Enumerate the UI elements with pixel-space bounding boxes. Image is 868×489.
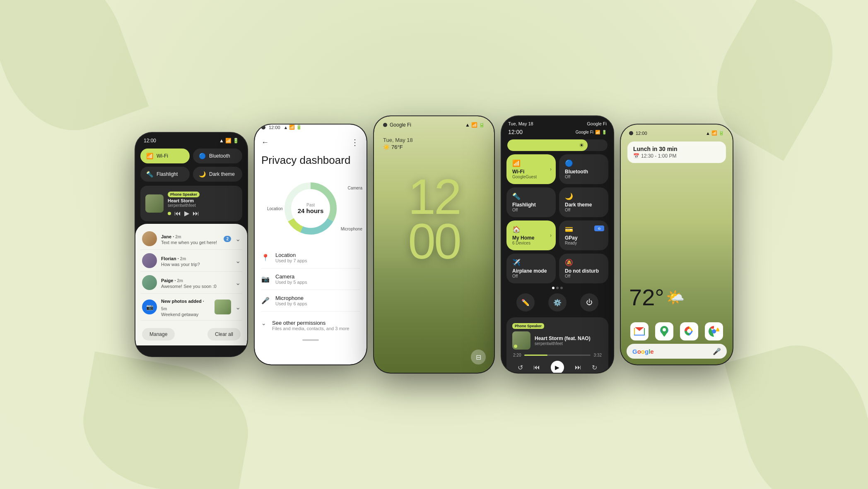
more-options-button[interactable]: ⋮ <box>351 137 360 147</box>
music-album-art <box>145 194 164 213</box>
phone2-screen: 12:00 ▲ 📶 🔋 ← ⋮ Privacy dashboard <box>255 125 366 364</box>
phone3-status-bar: Google Fi ▲ 📶 🔋 <box>374 116 494 130</box>
phone3-carrier: Google Fi <box>390 122 411 128</box>
jane-expand-icon[interactable]: ⌄ <box>235 235 241 243</box>
chart-location-label: Location <box>267 206 283 211</box>
qs-bluetooth-label: Bluetooth <box>209 153 230 159</box>
manage-button[interactable]: Manage <box>142 328 175 340</box>
p4-tile-flashlight[interactable]: 🔦 Flashlight Off <box>506 187 556 217</box>
phone4-music-player[interactable]: Phone Speaker Heart Storm (feat. NAO) se… <box>506 317 608 373</box>
phone3-nav-button[interactable]: ⊟ <box>471 350 486 364</box>
mic-icon[interactable]: 🎤 <box>713 348 721 355</box>
p4-music-row: Heart Storm (feat. NAO) serpentwithfeet <box>512 331 603 350</box>
settings-button[interactable]: ⚙️ <box>548 293 567 312</box>
qs-flashlight-label: Flashlight <box>157 171 178 177</box>
p4-tile-airplane[interactable]: ✈️ Airplane mode Off <box>506 254 556 283</box>
back-button[interactable]: ← <box>261 138 269 147</box>
p4-tile-darktheme[interactable]: 🌙 Dark theme Off <box>559 187 608 217</box>
jane-name: Jane · 2m <box>161 234 181 239</box>
phone1-status-bar: 12:00 ▲ 📶 🔋 <box>135 133 247 146</box>
album-art-dot <box>514 345 517 348</box>
music-progress-dot <box>168 212 171 215</box>
location-title: Location <box>275 252 307 258</box>
permission-microphone[interactable]: 🎤 Microphone Used by 6 apps <box>261 290 360 312</box>
notification-photos[interactable]: 📷 New photos added · 5m Weekend getaway … <box>140 294 242 321</box>
clear-all-button[interactable]: Clear all <box>207 328 241 340</box>
music-output-badge: Phone Speaker <box>168 192 200 197</box>
airplane-tile-sub: Off <box>512 274 550 278</box>
calendar-time-value: 12:30 - 1:00 PM <box>641 153 676 159</box>
phone5-search-bar[interactable]: Google 🎤 <box>627 344 727 359</box>
privacy-chart: Past 24 hours Location Camera Microphone <box>255 177 366 240</box>
play-pause-icon[interactable]: ▶ <box>184 209 189 217</box>
notification-paige[interactable]: Paige · 2m Awesome! See you soon :0 ⌄ <box>140 272 242 294</box>
signal-icon: ▲ <box>219 138 224 144</box>
camera-title: Camera <box>275 273 307 280</box>
permission-camera[interactable]: 📷 Camera Used by 5 apps <box>261 268 360 290</box>
wifi-tile-sub: GoogleGuest <box>512 175 550 179</box>
music-progress-bar[interactable] <box>524 355 590 356</box>
bluetooth-tile-sub: Off <box>565 175 603 179</box>
notification-jane[interactable]: Jane · 2m Text me when you get here! 2 ⌄ <box>140 228 242 250</box>
p4-music-progress-row: 2:20 3:32 <box>512 353 603 357</box>
brightness-slider[interactable]: ☀ <box>507 139 608 151</box>
p4-music-controls: ↺ ⏮ ▶ ⏭ ↻ <box>512 361 603 373</box>
see-more-text: See other permissions Files and media, c… <box>272 320 349 331</box>
phone4-quick-settings: Tue, May 18 Google Fi 12:00 Google Fi 📶 … <box>502 116 613 373</box>
dnd-tile-title: Do not disturb <box>565 268 603 274</box>
carrier-p4-2: Google Fi <box>576 130 593 134</box>
phone3-date-widget: Tue, May 18 ☀️ 76°F <box>383 137 413 150</box>
florian-content: Florian · 2m How was your trip? <box>161 254 231 267</box>
dot-3 <box>560 287 563 289</box>
chart-camera-label: Camera <box>347 186 362 190</box>
music-prev-icon[interactable]: ⏮ <box>533 364 540 371</box>
phone2-header: ← ⋮ <box>255 132 366 151</box>
qs-tile-flashlight[interactable]: 🔦 Flashlight <box>140 167 190 182</box>
phone4-date: Tue, May 18 <box>508 121 533 126</box>
battery-p5: 🔋 <box>719 130 724 136</box>
paige-expand-icon[interactable]: ⌄ <box>235 279 241 287</box>
gmail-icon[interactable] <box>630 322 649 340</box>
paige-avatar <box>142 275 157 290</box>
clock-hours: 12 <box>374 174 494 219</box>
florian-name: Florian · 2m <box>161 256 186 261</box>
maps-icon[interactable] <box>655 322 673 340</box>
p4-tile-dnd[interactable]: 🔕 Do not disturb Off <box>559 254 608 283</box>
p4-tile-bluetooth[interactable]: 🔵 Bluetooth Off <box>559 154 608 184</box>
next-track-icon[interactable]: ⏭ <box>193 210 199 217</box>
camera-sub: Used by 5 apps <box>275 280 307 285</box>
qs-tile-darktheme[interactable]: 🌙 Dark theme <box>193 167 242 182</box>
see-other-permissions[interactable]: ⌄ See other permissions Files and media,… <box>255 315 366 336</box>
chrome-icon[interactable] <box>705 322 723 340</box>
brightness-fill: ☀ <box>507 139 588 151</box>
p4-tile-wifi[interactable]: 📶 Wi-Fi GoogleGuest › <box>506 154 556 184</box>
location-content: Location Used by 7 apps <box>275 252 307 263</box>
p4-tile-home[interactable]: 🏠 My Home 6 Devices › <box>506 221 556 250</box>
p4-tile-gpay[interactable]: 💳 GPay Ready G <box>559 221 608 250</box>
calendar-widget[interactable]: Lunch in 30 min 📅 12:30 - 1:00 PM <box>627 141 726 163</box>
wifi-tile-icon: 📶 <box>512 159 550 167</box>
music-replay-icon[interactable]: ↺ <box>518 364 523 372</box>
phone5-status-bar: 12:00 ▲ 📶 🔋 <box>621 125 733 138</box>
wifi-tile-arrow: › <box>550 166 552 172</box>
prev-track-icon[interactable]: ⏮ <box>174 210 181 217</box>
florian-expand-icon[interactable]: ⌄ <box>235 257 241 265</box>
photos-expand-icon[interactable]: ⌄ <box>235 303 241 311</box>
google-g-logo: Google <box>632 348 654 355</box>
florian-message: How was your trip? <box>161 262 231 267</box>
music-next-icon[interactable]: ⏭ <box>575 364 581 371</box>
permission-location[interactable]: 📍 Location Used by 7 apps <box>261 247 360 268</box>
photos-icon[interactable] <box>680 322 698 340</box>
flashlight-icon: 🔦 <box>146 171 153 177</box>
phone1-music-player[interactable]: Phone Speaker Heart Storm serpentwithfee… <box>140 186 242 221</box>
qs-tile-wifi[interactable]: 📶 Wi-Fi <box>140 149 190 163</box>
music-play-icon[interactable]: ▶ <box>551 361 564 373</box>
music-forward-icon[interactable]: ↻ <box>592 364 597 372</box>
notification-florian[interactable]: Florian · 2m How was your trip? ⌄ <box>140 250 242 272</box>
dot-2 <box>556 287 559 289</box>
qs-tile-bluetooth[interactable]: 🔵 Bluetooth <box>193 149 242 163</box>
chart-hours-label: 24 hours <box>298 207 324 214</box>
paige-message: Awesome! See you soon :0 <box>161 284 231 289</box>
power-button[interactable]: ⏻ <box>580 293 598 312</box>
edit-button[interactable]: ✏️ <box>516 293 535 312</box>
